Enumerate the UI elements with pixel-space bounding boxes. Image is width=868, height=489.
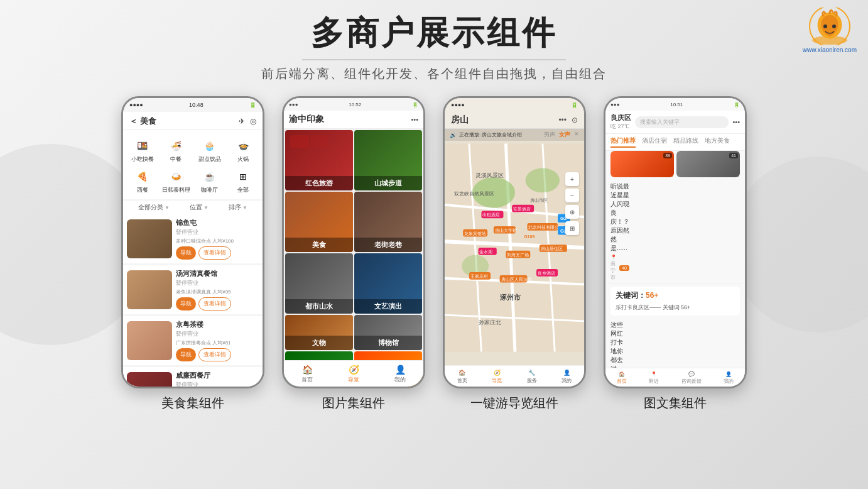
p2-header: 渝中印象 ••• [284, 111, 423, 129]
p1-target-icon[interactable]: ◎ [250, 117, 256, 126]
p1-cat-coffee[interactable]: ☕ 咖啡厅 [193, 166, 227, 197]
p1-rest-4[interactable]: 威廉西餐厅 暂停营业 意式西餐厅 人均¥129 导航 查看详情 [123, 367, 263, 388]
p4-battery: 🔋 [734, 102, 740, 107]
p2-nav-mine-label: 我的 [394, 376, 406, 384]
p1-cat-western[interactable]: 🍕 西餐 [126, 166, 160, 197]
p3-battery: 🔋 [571, 102, 578, 108]
page-header: 多商户展示组件 前后端分离、组件化开发、各个组件自由拖拽，自由组合 [0, 0, 868, 87]
p4-article-1[interactable]: 听说最近星星人闪现良庆！？原因然然是...... 📍南宁市 40 [605, 180, 745, 284]
p3-layers[interactable]: ⊞ [565, 221, 579, 235]
p3-nav-mine[interactable]: 👤 我的 [561, 370, 572, 384]
p3-nav-guide[interactable]: 🧭 导览 [492, 370, 502, 384]
p1-rest-2[interactable]: 汤河清真餐馆 暂停营业 老鱼淡清调真真 人均¥95 导航 查看详情 [123, 265, 263, 314]
p4-location-block: 良庆区 吃 27℃ [610, 113, 631, 131]
p1-rest-2-nav-btn[interactable]: 导航 [176, 297, 196, 310]
p4-nav-home[interactable]: 🏠 首页 [617, 371, 627, 385]
p3-nav-service[interactable]: 🔧 服务 [527, 370, 537, 384]
p2-cell-museum[interactable]: 博物馆 [354, 315, 422, 350]
p4-tab-recommend[interactable]: 热门推荐 [610, 136, 636, 148]
p2-cell-art-show[interactable]: 文艺演出 [354, 253, 422, 314]
p3-male-voice[interactable]: 男声 [544, 131, 555, 139]
p2-header-title: 渝中印象 [289, 114, 324, 125]
p1-cat-dessert[interactable]: 🧁 甜点饮品 [193, 135, 227, 166]
p3-nav-home[interactable]: 🏠 首页 [457, 370, 467, 384]
p3-female-voice[interactable]: 女声 [559, 131, 570, 139]
p2-cell-food-label: 美食 [285, 238, 353, 252]
p4-nav-feedback[interactable]: 💬 咨询反馈 [681, 371, 702, 385]
p1-rest-2-detail-btn[interactable]: 查看详情 [198, 297, 231, 310]
p1-cat-snack-icon: 🍱 [133, 138, 152, 154]
p4-featured-2[interactable]: 41 广西文化艺术中心 📍南宁市 [676, 151, 740, 177]
p2-cell-red-tourism-label: 红色旅游 [285, 176, 353, 190]
p1-cat-thai[interactable]: 🍛 日韩泰料理 [160, 166, 193, 197]
p1-filter-location[interactable]: 位置 ▼ [190, 203, 209, 212]
p3-zoom-out[interactable]: − [565, 189, 579, 202]
p4-article-1-location: 📍南宁市 [610, 255, 617, 281]
p3-header: 房山 ••• ⊙ [445, 112, 584, 129]
p2-cell-heritage[interactable]: 文物 [285, 315, 353, 350]
p1-status-bar: ●●●● 10:48 🔋 [123, 98, 263, 112]
p3-zoom-in[interactable]: + [565, 172, 579, 186]
p1-filter-cat-arrow: ▼ [165, 205, 170, 211]
p2-cell-museum-label: 博物馆 [354, 336, 422, 350]
p4-featured-1[interactable]: 39 攻略｜以满会友 探隐良庆之夜新玩法！ 📍南宁市 [610, 151, 674, 177]
p2-nav-home[interactable]: 🏠 首页 [301, 365, 313, 384]
phone-3-frame: ●●●● 🔋 房山 ••• ⊙ 🔊 正在播放: 房山文旅全域介绍 男声 [443, 96, 586, 388]
p1-cat-all[interactable]: ⊞ 全部 [227, 166, 261, 197]
p1-filter-sort[interactable]: 排序 ▼ [229, 203, 247, 212]
p1-battery: 🔋 [249, 102, 256, 108]
p2-cell-city-water[interactable]: 都市山水 [285, 253, 353, 314]
p3-target-icon[interactable]: ⊙ [572, 116, 578, 124]
p1-rest-1-detail-btn[interactable]: 查看详情 [198, 246, 231, 260]
p4-keywords-title: 关键词：56+ [616, 290, 735, 301]
p3-compass[interactable]: ⊕ [565, 205, 579, 219]
p4-feedback-icon: 💬 [688, 371, 695, 377]
svg-text:房山区人民法院: 房山区人民法院 [501, 277, 532, 282]
p1-cat-hotpot[interactable]: 🍲 火锅 [227, 135, 261, 166]
p2-status-bar: ●●● 10:52 🔋 [284, 98, 423, 111]
svg-point-13 [526, 168, 560, 192]
p3-close-voice[interactable]: ✕ [574, 131, 579, 139]
p1-location-icon[interactable]: ✈ [239, 117, 245, 126]
p1-rest-1[interactable]: 锦鱼屯 暂停营业 多种口味综合点 人均¥100 导航 查看详情 [123, 214, 263, 263]
p4-nav-nearby-label: 附近 [649, 378, 659, 385]
p4-search-bar[interactable]: 搜索输入关键字 [635, 116, 729, 128]
p2-menu-icon[interactable]: ••• [411, 116, 418, 123]
p1-nav-icons: ✈ ◎ [239, 117, 256, 126]
p4-status-bar: ●●● 10:51 🔋 [605, 98, 745, 111]
svg-text:刘海文广场: 刘海文广场 [507, 253, 529, 257]
svg-text:龙泉宾馆站: 龙泉宾馆站 [464, 231, 486, 236]
p2-cell-mountain-walk[interactable]: 山城步道 [354, 130, 422, 190]
p1-rest-3[interactable]: 京粤茶楼 暂停营业 广东拼接粤合点 人均¥81 导航 查看详情 [123, 316, 263, 365]
p1-cat-snack[interactable]: 🍱 小吃快餐 [126, 135, 160, 166]
p1-rest-1-name: 锦鱼屯 [176, 218, 259, 228]
p2-cell-food[interactable]: 美食 [285, 192, 353, 252]
p1-back-button[interactable]: ＜ 美食 [129, 116, 156, 127]
p2-nav-mine[interactable]: 👤 我的 [394, 365, 406, 384]
p1-rest-2-buttons: 导航 查看详情 [176, 297, 259, 310]
p4-tab-hotel[interactable]: 酒店住宿 [642, 136, 667, 148]
p4-tab-route[interactable]: 精品路线 [673, 136, 698, 148]
p1-cat-snack-label: 小吃快餐 [131, 155, 154, 163]
p1-rest-1-nav-btn[interactable]: 导航 [176, 246, 196, 260]
p2-cell-old-street[interactable]: 老街老巷 [354, 192, 422, 252]
p1-rest-3-detail-btn[interactable]: 查看详情 [198, 348, 231, 361]
p1-filter-category[interactable]: 全部分类 ▼ [138, 203, 170, 212]
p4-nav-nearby[interactable]: 📍 附近 [649, 371, 659, 385]
p2-nav-guide[interactable]: 🧭 导览 [348, 365, 359, 384]
p3-service-icon: 🔧 [528, 370, 535, 376]
phone-4-label: 图文集组件 [644, 395, 707, 412]
p1-cat-lunch[interactable]: 🍜 中餐 [160, 135, 193, 166]
p3-header-icons: ••• ⊙ [558, 116, 578, 124]
p2-cell-mountain-label: 山城步道 [354, 176, 422, 190]
p3-menu-icon[interactable]: ••• [558, 116, 567, 124]
p4-menu-icon[interactable]: ••• [732, 118, 740, 126]
p2-mine-icon: 👤 [395, 365, 406, 375]
p4-tab-food[interactable]: 地方美食 [705, 136, 730, 148]
p4-nav-mine[interactable]: 👤 我的 [724, 371, 734, 385]
p1-rest-3-nav-btn[interactable]: 导航 [176, 348, 196, 361]
p2-cell-city-water-label: 都市山水 [285, 299, 353, 314]
p2-cell-red-tourism[interactable]: 红色旅游 [285, 130, 353, 190]
p4-temp-text: 吃 27℃ [610, 123, 631, 131]
p1-filter-sort-label: 排序 [229, 203, 241, 212]
